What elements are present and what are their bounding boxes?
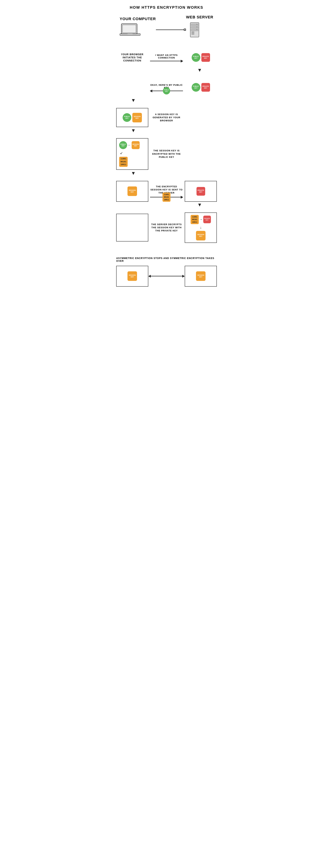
step1-left-box: YOUR BROWSER INITIATES THE CONNECTION xyxy=(116,48,148,67)
server-icon xyxy=(186,21,203,38)
svg-point-12 xyxy=(197,29,197,30)
server-label: WEB SERVER xyxy=(186,15,213,20)
step3-public-key: PUBLICKEY xyxy=(123,113,131,122)
step2-private-key: PRIVATEKEY xyxy=(201,83,210,92)
step5-left-box: SESSIONKEY xyxy=(116,181,148,202)
bottom-left-box: SESSIONKEY xyxy=(116,266,148,287)
step2-section: OKAY, HERE'S MY PUBLIC KEY PUBLICKEY PUB… xyxy=(116,78,217,103)
step2-right-box: PUBLICKEY PRIVATEKEY xyxy=(185,78,217,97)
step4-public-key: PUBLICKEY xyxy=(119,141,127,149)
step3-session-key: SESSIONKEY xyxy=(132,113,142,122)
step6-label: THE SERVER DECRYPTS THE SESSION KEY WITH… xyxy=(148,223,185,232)
step6-decrypt-row: 110010010110011 → PRIVATEKEY xyxy=(191,215,211,224)
step3-left-box: PUBLICKEY SESSIONKEY xyxy=(116,108,148,127)
svg-rect-8 xyxy=(192,32,194,33)
bottom-right-session-key: SESSIONKEY xyxy=(196,271,205,281)
step4-session-key: SESSIONKEY xyxy=(132,141,140,149)
step2-row: OKAY, HERE'S MY PUBLIC KEY PUBLICKEY PUB… xyxy=(116,78,217,97)
svg-point-11 xyxy=(197,27,197,27)
svg-rect-1 xyxy=(123,25,136,33)
laptop-icon xyxy=(120,23,140,37)
computer-side: YOUR COMPUTER xyxy=(120,17,156,37)
step4-label: THE SESSION KEY IS ENCRYPTED WITH THE PU… xyxy=(148,149,185,159)
svg-rect-9 xyxy=(192,33,194,35)
step6-row: THE SERVER DECRYPTS THE SESSION KEY WITH… xyxy=(116,213,217,243)
step4-down-arrow-container: ▼ xyxy=(116,171,217,176)
svg-rect-3 xyxy=(128,34,133,34)
svg-point-10 xyxy=(197,24,197,25)
step2-left-box xyxy=(116,78,148,97)
step1-row: YOUR BROWSER INITIATES THE CONNECTION I … xyxy=(116,48,217,67)
step6-left-box xyxy=(116,214,148,242)
step6-session-key: SESSIONKEY xyxy=(196,231,205,241)
bottom-section: ASYMMETRIC ENCRYPTION STOPS AND SYMMETRI… xyxy=(116,257,217,287)
step3-label: A SESSION KEY IS GENERATED BY YOUR BROWS… xyxy=(148,113,185,122)
computer-label: YOUR COMPUTER xyxy=(120,17,156,21)
step4-left-box: PUBLICKEY ← SESSIONKEY ↙ 110010010110011 xyxy=(116,138,148,170)
step3-keys: PUBLICKEY SESSIONKEY xyxy=(123,113,142,122)
bottom-boxes-row: SESSIONKEY SESSIONKEY xyxy=(116,266,217,287)
bottom-center-arrow xyxy=(148,275,185,278)
step4-row: PUBLICKEY ← SESSIONKEY ↙ 110010010110011… xyxy=(116,138,217,170)
step1-right-box: PUBLICKEY PRIVATEKEY xyxy=(185,48,217,67)
step5-right-box: PRIVATEKEY xyxy=(185,181,217,202)
step5-session-key: SESSIONKEY xyxy=(128,186,137,196)
step2-down-arrow: ▼ xyxy=(131,98,136,103)
step1-down-arrow: ▼ xyxy=(197,68,202,72)
step4-down-inner-arrow: ↙ xyxy=(120,151,123,155)
top-diagram: YOUR COMPUTER WEB SERVER xyxy=(116,15,217,39)
step3-section: PUBLICKEY SESSIONKEY A SESSION KEY IS GE… xyxy=(116,108,217,133)
step6-right-box: 110010010110011 → PRIVATEKEY ↓ SESSIONKE… xyxy=(185,213,217,243)
step3-row: PUBLICKEY SESSIONKEY A SESSION KEY IS GE… xyxy=(116,108,217,127)
step3-down-arrow: ▼ xyxy=(131,128,136,133)
step6-right-arrow: → xyxy=(199,218,203,221)
step4-encrypted-block: 110010010110011 xyxy=(119,157,128,167)
step2-public-key: PUBLICKEY xyxy=(192,83,200,92)
bottom-right-box: SESSIONKEY xyxy=(185,266,217,287)
step2-public-key-on-arrow: PUBLICKEY xyxy=(163,87,170,94)
step2-keys: PUBLICKEY PRIVATEKEY xyxy=(192,83,210,92)
step5-private-key: PRIVATEKEY xyxy=(197,187,205,196)
step3-down-arrow-container: ▼ xyxy=(116,128,217,133)
step1-keys: PUBLICKEY PRIVATEKEY xyxy=(192,53,210,62)
step5-down-arrow: ▼ xyxy=(197,203,202,207)
step2-down-arrow-container: ▼ xyxy=(116,98,217,103)
step5-section: SESSIONKEY THE ENCRYPTED SESSION KEY IS … xyxy=(116,181,217,207)
step4-down-arrow: ▼ xyxy=(131,171,136,176)
step4-section: PUBLICKEY ← SESSIONKEY ↙ 110010010110011… xyxy=(116,138,217,176)
step6-encrypted-block: 110010010110011 xyxy=(191,215,199,224)
step1-left-text: YOUR BROWSER INITIATES THE CONNECTION xyxy=(116,53,148,62)
public-key-badge: PUBLICKEY xyxy=(192,53,200,62)
private-key-badge: PRIVATEKEY xyxy=(201,53,210,62)
step6-down-inner: ↓ xyxy=(200,225,202,229)
step6-private-key: PRIVATEKEY xyxy=(203,216,211,223)
step5-row: SESSIONKEY THE ENCRYPTED SESSION KEY IS … xyxy=(116,181,217,202)
step6-section: THE SERVER DECRYPTS THE SESSION KEY WITH… xyxy=(116,213,217,243)
step5-encrypted-on-arrow: 110010010110011 xyxy=(163,192,170,202)
server-side: WEB SERVER xyxy=(186,15,213,39)
bottom-title: ASYMMETRIC ENCRYPTION STOPS AND SYMMETRI… xyxy=(116,257,217,262)
step4-inner-keys: PUBLICKEY ← SESSIONKEY xyxy=(119,141,140,149)
step4-inner-arrow: ← xyxy=(128,144,131,147)
step1-section: YOUR BROWSER INITIATES THE CONNECTION I … xyxy=(116,48,217,72)
bottom-left-session-key: SESSIONKEY xyxy=(128,271,137,281)
page-title: HOW HTTPS ENCRYPTION WORKS xyxy=(116,5,217,10)
step1-arrow-label: I WANT AN HTTPS CONNECTION xyxy=(150,54,183,59)
